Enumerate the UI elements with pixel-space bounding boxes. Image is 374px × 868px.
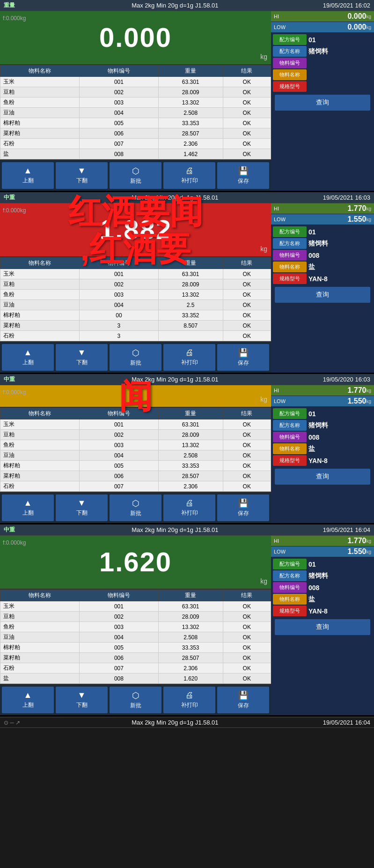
btn-上翻[interactable]: ▲上翻 <box>2 162 54 189</box>
btn-补打印[interactable]: 🖨补打印 <box>163 494 215 521</box>
btn-下翻[interactable]: ▼下翻 <box>56 162 108 189</box>
label-btn-规格型号[interactable]: 规格型号 <box>273 455 307 466</box>
info-value-配方名称: 猪饲料 <box>308 421 328 430</box>
hi-value: 1.770 <box>288 204 366 213</box>
table-row: 豆油0042.508OK <box>0 450 271 461</box>
table-cell: 棉籽粕 <box>0 643 80 653</box>
low-value: 1.550 <box>288 547 366 556</box>
label-btn-配方名称[interactable]: 配方名称 <box>273 238 307 249</box>
label-btn-规格型号[interactable]: 规格型号 <box>273 606 307 616</box>
btn-补打印[interactable]: 🖨补打印 <box>163 687 215 713</box>
btn-新批[interactable]: ⬡新批 <box>110 162 161 189</box>
weight-display: f:0.000kg0.000kg <box>0 11 271 65</box>
table-row: 鱼粉00313.302OK <box>0 622 271 632</box>
btn-保存[interactable]: 💾保存 <box>217 162 269 189</box>
info-value-物料名称: 盐 <box>308 595 315 604</box>
table-row: 玉米00163.301OK <box>0 601 271 612</box>
label-btn-物料名称[interactable]: 物料名称 <box>273 443 307 454</box>
label-btn-物料编号[interactable]: 物料编号 <box>273 432 307 442</box>
btn-上翻[interactable]: ▲上翻 <box>2 494 54 521</box>
btn-icon-新批: ⬡ <box>132 166 139 176</box>
left-panel: f:0.000kgkg闻物料名称物料编号重量结果玉米00163.301OK豆粕0… <box>0 385 271 523</box>
table-cell: 2.306 <box>158 139 223 149</box>
btn-label-上翻: 上翻 <box>22 509 34 517</box>
info-row: 配方编号01 <box>273 408 372 419</box>
label-btn-配方名称[interactable]: 配方名称 <box>273 46 307 57</box>
table-cell: 00 <box>79 310 158 321</box>
btn-上翻[interactable]: ▲上翻 <box>2 687 54 713</box>
btn-下翻[interactable]: ▼下翻 <box>56 687 108 713</box>
table-cell: OK <box>223 471 271 481</box>
table-cell: 2.306 <box>158 663 223 673</box>
table-row: 鱼粉00313.302OK <box>0 440 271 450</box>
btn-上翻[interactable]: ▲上翻 <box>2 344 54 371</box>
query-button[interactable]: 查询 <box>275 619 370 635</box>
btn-补打印[interactable]: 🖨补打印 <box>163 162 215 189</box>
label-btn-物料编号[interactable]: 物料编号 <box>273 58 307 68</box>
btn-新批[interactable]: ⬡新批 <box>110 687 161 713</box>
btn-下翻[interactable]: ▼下翻 <box>56 344 108 371</box>
btn-补打印[interactable]: 🖨补打印 <box>163 344 215 371</box>
low-unit: kg <box>366 217 371 222</box>
table-cell: 001 <box>79 419 158 430</box>
btn-下翻[interactable]: ▼下翻 <box>56 494 108 521</box>
info-row: 配方名称猪饲料 <box>273 420 372 431</box>
info-row: 配方名称猪饲料 <box>273 238 372 249</box>
query-button[interactable]: 查询 <box>275 287 370 303</box>
right-panel: HI1.770kgLOW1.550kg配方编号01配方名称猪饲料物料编号008物… <box>271 536 374 715</box>
table-cell: OK <box>223 321 271 331</box>
header-left: 中重 <box>4 194 27 202</box>
table-cell: OK <box>223 663 271 673</box>
table-cell: 33.353 <box>158 461 223 471</box>
btn-新批[interactable]: ⬡新批 <box>110 344 161 371</box>
low-label: LOW <box>274 24 288 30</box>
table-cell: 豆粕 <box>0 87 80 97</box>
weight-unit: kg <box>0 245 271 253</box>
btn-保存[interactable]: 💾保存 <box>217 344 269 371</box>
label-btn-配方名称[interactable]: 配方名称 <box>273 570 307 581</box>
low-unit: kg <box>366 25 371 30</box>
hi-row: HI0.000kg <box>271 11 374 22</box>
btn-label-补打印: 补打印 <box>181 701 198 709</box>
label-btn-物料编号[interactable]: 物料编号 <box>273 250 307 261</box>
label-btn-配方编号[interactable]: 配方编号 <box>273 408 307 419</box>
table-cell: 001 <box>79 269 158 279</box>
table-cell: OK <box>223 128 271 139</box>
label-btn-配方编号[interactable]: 配方编号 <box>273 34 307 45</box>
btn-保存[interactable]: 💾保存 <box>217 494 269 521</box>
btn-新批[interactable]: ⬡新批 <box>110 494 161 521</box>
btn-保存[interactable]: 💾保存 <box>217 687 269 713</box>
weight-number: 1.882 <box>0 214 271 245</box>
label-btn-物料名称[interactable]: 物料名称 <box>273 262 307 272</box>
btn-icon-下翻: ▼ <box>78 166 86 176</box>
table-header: 物料编号 <box>79 408 158 419</box>
label-btn-配方编号[interactable]: 配方编号 <box>273 226 307 237</box>
table-row: 豆油0042.508OK <box>0 108 271 118</box>
btn-label-保存: 保存 <box>238 177 249 185</box>
label-btn-配方编号[interactable]: 配方编号 <box>273 559 307 569</box>
low-row: LOW1.550kg <box>271 546 374 557</box>
label-btn-配方名称[interactable]: 配方名称 <box>273 420 307 431</box>
label-btn-物料名称[interactable]: 物料名称 <box>273 594 307 605</box>
info-value-配方编号: 01 <box>308 36 316 44</box>
info-row: 规格型号YAN-8 <box>273 455 372 466</box>
table-header: 重量 <box>158 66 223 77</box>
weight-unit: kg <box>0 396 271 403</box>
btn-icon-下翻: ▼ <box>78 498 86 508</box>
table-header: 物料名称 <box>0 66 80 77</box>
table-row: 石粉0072.306OK <box>0 663 271 673</box>
label-btn-规格型号[interactable]: 规格型号 <box>273 81 307 92</box>
label-btn-物料名称[interactable]: 物料名称 <box>273 69 307 80</box>
info-value-配方编号: 01 <box>308 410 316 418</box>
query-button[interactable]: 查询 <box>275 469 370 485</box>
label-btn-物料编号[interactable]: 物料编号 <box>273 582 307 593</box>
table-cell: OK <box>223 430 271 440</box>
table-cell: OK <box>223 643 271 653</box>
table-cell: 豆粕 <box>0 612 80 622</box>
query-button[interactable]: 查询 <box>275 95 370 111</box>
table-header: 物料名称 <box>0 258 80 269</box>
label-btn-规格型号[interactable]: 规格型号 <box>273 273 307 284</box>
info-value-规格型号: YAN-8 <box>308 457 328 464</box>
table-cell: 004 <box>79 450 158 461</box>
header-right: 19/05/2020 16:03 <box>323 376 370 383</box>
